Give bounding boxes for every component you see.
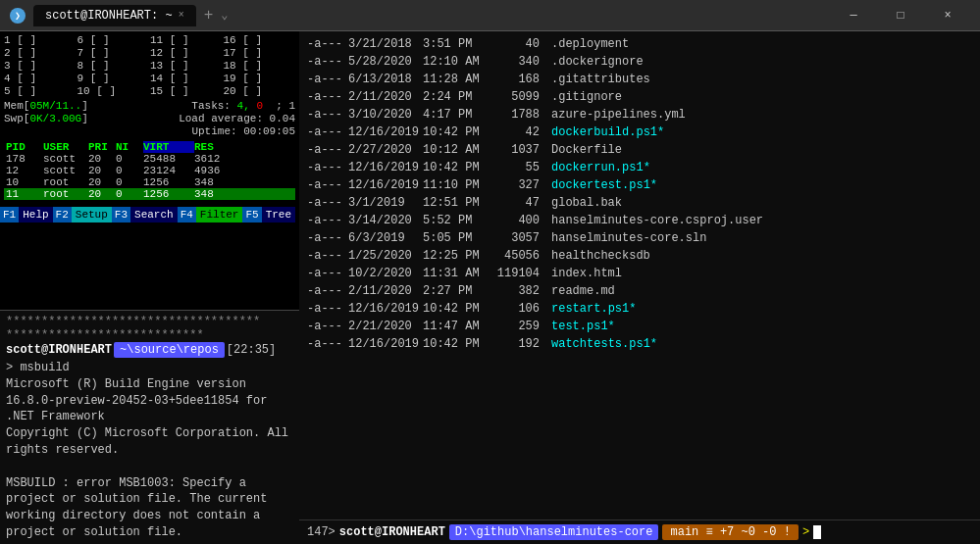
cpu-14: 14 [ ] [150,73,223,84]
active-tab[interactable]: scott@IRONHEART: ~ × [33,5,196,26]
file-date: 3/1/2019 [348,194,419,212]
file-time: 2:27 PM [423,282,482,300]
file-name: watchtests.ps1* [551,335,657,353]
file-perm: -a--- [307,176,344,194]
file-row: -a--- 3/10/2020 4:17 PM 1788 azure-pipel… [307,106,972,124]
file-time: 10:42 PM [423,124,482,141]
file-row: -a--- 3/14/2020 5:52 PM 400 hanselminute… [307,212,972,229]
cpu-2: 2 [ ] [4,47,77,59]
file-time: 3:51 PM [423,35,482,53]
fn-f3[interactable]: F3 Search [112,207,178,223]
tabs-chevron-icon[interactable]: ⌄ [221,8,228,23]
file-name: hanselminutes-core.sln [551,229,706,247]
file-listing: -a--- 3/21/2018 3:51 PM 40 .deployment -… [299,31,980,519]
file-size: 119104 [486,265,540,282]
file-name: restart.ps1* [551,300,636,318]
htop-pane: 1 [ ] 6 [ ] 11 [ ] 16 [ ] 2 [ ] 7 [ ] 12… [0,31,299,311]
maximize-button[interactable]: □ [878,0,923,31]
fn-bar: F1 Help F2 Setup F3 Search F4 Filter F5 [0,207,299,223]
prompt-time: [22:35] [227,343,276,357]
file-date: 3/14/2020 [348,212,419,229]
file-date: 2/21/2020 [348,318,419,335]
file-size: 40 [486,35,540,53]
fn-f2[interactable]: F2 Setup [53,207,112,223]
file-size: 5099 [486,88,540,106]
file-time: 4:17 PM [423,106,482,124]
cpu-4: 4 [ ] [4,73,77,84]
file-name: readme.md [551,282,615,300]
app-icon: ❯ [10,8,26,24]
cpu-9: 9 [ ] [77,73,150,84]
process-table: PID USER PRI NI VIRT RES 178 scott 20 0 … [4,141,295,200]
new-tab-button[interactable]: + [204,7,214,25]
proc-row-10[interactable]: 10 root 20 0 1256 348 [4,176,295,188]
file-date: 2/27/2020 [348,141,419,159]
cpu-10: 10 [ ] [77,85,150,97]
tab-label: scott@IRONHEART: ~ [45,9,173,23]
tasks-num: 4, [237,100,250,112]
right-prompt-path: D:\github\hanselminutes-core [449,524,659,540]
file-name: index.html [551,265,622,282]
proc-row-11-selected[interactable]: 11 root 20 0 1256 348 [4,188,295,200]
file-size: 106 [486,300,540,318]
proc-row-12[interactable]: 12 scott 20 0 23124 4936 [4,165,295,176]
shell-pane: ************************************ ***… [0,311,299,544]
col-ni: NI [116,141,143,153]
file-name: healthchecksdb [551,247,650,265]
file-perm: -a--- [307,141,344,159]
col-pid: PID [6,141,43,153]
col-pri: PRI [88,141,116,153]
file-time: 12:25 PM [423,247,482,265]
file-name: dockerbuild.ps1* [551,124,664,141]
file-size: 168 [486,71,540,88]
file-time: 11:47 AM [423,318,482,335]
close-tab-icon[interactable]: × [179,10,184,21]
file-name: global.bak [551,194,622,212]
file-row: -a--- 2/21/2020 11:47 AM 259 test.ps1* [307,318,972,335]
cpu-19: 19 [ ] [224,73,296,84]
uptime-row: Uptime: 00:09:05 [4,125,295,137]
main-content: 1 [ ] 6 [ ] 11 [ ] 16 [ ] 2 [ ] 7 [ ] 12… [0,31,980,544]
file-row: -a--- 12/16/2019 10:42 PM 42 dockerbuild… [307,124,972,141]
file-size: 3057 [486,229,540,247]
file-time: 11:31 AM [423,265,482,282]
file-name: .dockerignore [551,53,644,71]
file-row: -a--- 3/1/2019 12:51 PM 47 global.bak [307,194,972,212]
file-perm: -a--- [307,229,344,247]
cpu-16: 16 [ ] [224,34,296,46]
file-size: 327 [486,176,540,194]
file-time: 10:12 AM [423,141,482,159]
prompt-path: ~\source\repos [114,342,225,358]
fn-f1[interactable]: F1 Help [0,207,53,223]
top-prompt-line: scott@IRONHEART ~\source\repos [22:35] [6,342,293,358]
cpu-15: 15 [ ] [150,85,223,97]
fn-f4[interactable]: F4 Filter [178,207,243,223]
close-window-button[interactable]: × [925,0,970,31]
proc-row-178[interactable]: 178 scott 20 0 25488 3612 [4,153,295,165]
proc-header: PID USER PRI NI VIRT RES [4,141,295,153]
cpu-11: 11 [ ] [150,34,223,46]
file-row: -a--- 2/11/2020 2:27 PM 382 readme.md [307,282,972,300]
file-perm: -a--- [307,282,344,300]
tasks-display: Tasks: 4, 0 ; 1 [191,100,295,112]
file-row: -a--- 12/16/2019 11:10 PM 327 dockertest… [307,176,972,194]
file-name: .gitignore [551,88,622,106]
cpu-7: 7 [ ] [77,47,150,59]
file-size: 47 [486,194,540,212]
file-perm: -a--- [307,35,344,53]
minimize-button[interactable]: — [831,0,876,31]
cpu-1: 1 [ ] [4,34,77,46]
fn-f5[interactable]: F5 Tree [242,207,295,223]
file-perm: -a--- [307,194,344,212]
file-size: 55 [486,159,540,176]
stars-line-2: **************************** [6,328,293,342]
file-name: dockerrun.ps1* [551,159,650,176]
file-time: 10:42 PM [423,159,482,176]
file-date: 1/25/2020 [348,247,419,265]
file-date: 3/10/2020 [348,106,419,124]
load-val: 0.04 [270,113,295,124]
swp-label: Swp[0K/3.00G] [4,113,88,124]
tasks-num2: 0 [256,100,263,112]
col-virt: VIRT [143,141,194,153]
prompt-num: 147> [307,525,335,539]
